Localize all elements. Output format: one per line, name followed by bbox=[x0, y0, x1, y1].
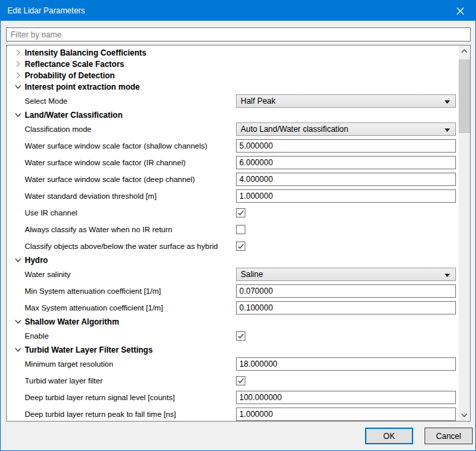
group-label: Turbid Water Layer Filter Settings bbox=[25, 345, 152, 355]
parameter-dropdown[interactable]: Half Peak bbox=[236, 94, 456, 108]
chevron-down-icon[interactable] bbox=[15, 111, 21, 118]
tree-parameter-row: Classification modeAuto Land/Water class… bbox=[7, 120, 459, 137]
parameter-label: Deep turbid layer return peak to fall ti… bbox=[25, 410, 236, 418]
parameter-label: Classify objects above/below the water s… bbox=[25, 242, 236, 250]
parameter-value-input[interactable] bbox=[236, 139, 456, 153]
tree-group-row[interactable]: Intensity Balancing Coefficients bbox=[7, 47, 459, 58]
tree-parameter-row: Select ModeHalf Peak bbox=[7, 92, 459, 109]
tree-parameter-row: Classify objects above/below the water s… bbox=[7, 238, 459, 254]
chevron-down-icon[interactable] bbox=[15, 318, 21, 325]
parameter-checkbox-checked[interactable] bbox=[236, 331, 245, 341]
parameter-label: Deep turbid layer return signal level [c… bbox=[25, 393, 236, 401]
tree-parameter-row: Water surface window scale factor (deep … bbox=[7, 171, 459, 187]
tree-parameter-row: Deep turbid layer return peak to fall ti… bbox=[7, 405, 459, 422]
parameter-value-input[interactable] bbox=[236, 173, 456, 186]
dropdown-arrow-icon bbox=[445, 274, 450, 277]
chevron-right-icon[interactable] bbox=[15, 72, 21, 79]
window-title: Edit Lidar Parameters bbox=[1, 6, 85, 15]
check-icon bbox=[237, 377, 245, 385]
title-bar[interactable]: Edit Lidar Parameters bbox=[1, 1, 475, 21]
parameter-label: Water surface window scale factor (IR ch… bbox=[25, 159, 236, 167]
parameter-label: Select Mode bbox=[25, 97, 236, 105]
chevron-right-icon[interactable] bbox=[15, 60, 21, 68]
group-label: Probability of Detection bbox=[25, 71, 115, 80]
tree-group-row[interactable]: Probability of Detection bbox=[7, 70, 459, 81]
scrollbar-thumb[interactable] bbox=[459, 60, 470, 133]
parameter-tree: Intensity Balancing CoefficientsReflecta… bbox=[7, 46, 459, 422]
dropdown-selected-value: Auto Land/Water classification bbox=[241, 124, 348, 134]
group-label: Reflectance Scale Factors bbox=[25, 60, 124, 69]
parameter-label: Water surface window scale factor (deep … bbox=[25, 175, 236, 183]
parameter-value-input[interactable] bbox=[236, 189, 456, 203]
tree-parameter-row: Max System attenuation coefficient [1/m] bbox=[7, 299, 459, 316]
ok-button[interactable]: OK bbox=[365, 428, 413, 444]
parameter-label: Max System attenuation coefficient [1/m] bbox=[25, 304, 236, 312]
tree-parameter-row: Water standard deviation threshold [m] bbox=[7, 187, 459, 204]
scrollbar-up-button[interactable] bbox=[459, 46, 470, 57]
parameter-checkbox-checked[interactable] bbox=[236, 376, 245, 385]
parameter-label: Minimum target resolution bbox=[25, 360, 236, 368]
tree-group-row[interactable]: Turbid Water Layer Filter Settings bbox=[7, 344, 459, 355]
edit-lidar-parameters-dialog: Edit Lidar Parameters Intensity Balancin… bbox=[0, 0, 476, 451]
tree-parameter-row: Water surface window scale factor (IR ch… bbox=[7, 154, 459, 171]
group-label: Interest point extraction mode bbox=[25, 82, 140, 92]
parameter-dropdown[interactable]: Saline bbox=[236, 268, 456, 281]
dropdown-arrow-icon bbox=[445, 100, 450, 104]
parameter-checkbox-unchecked[interactable] bbox=[236, 225, 245, 234]
tree-parameter-row: Min System attenuation coefficient [1/m] bbox=[7, 282, 459, 299]
close-icon bbox=[457, 7, 464, 15]
tree-group-row[interactable]: Land/Water Classification bbox=[7, 109, 459, 120]
scrollbar-down-icon bbox=[461, 413, 468, 418]
chevron-down-icon[interactable] bbox=[15, 346, 21, 353]
parameter-label: Turbid water layer filter bbox=[25, 377, 236, 385]
tree-group-row[interactable]: Reflectance Scale Factors bbox=[7, 58, 459, 70]
vertical-scrollbar[interactable] bbox=[459, 46, 470, 421]
parameter-checkbox-checked[interactable] bbox=[236, 242, 245, 251]
check-icon bbox=[237, 332, 245, 340]
filter-input[interactable] bbox=[6, 27, 471, 41]
cancel-button[interactable]: Cancel bbox=[425, 428, 473, 444]
parameter-label: Always classify as Water when no IR retu… bbox=[25, 225, 236, 234]
close-button[interactable] bbox=[445, 1, 475, 21]
parameter-value-input[interactable] bbox=[236, 301, 456, 314]
group-label: Hydro bbox=[25, 256, 48, 265]
parameter-checkbox-checked[interactable] bbox=[236, 208, 245, 217]
scrollbar-down-button[interactable] bbox=[459, 410, 470, 421]
check-icon bbox=[237, 209, 245, 217]
parameter-dropdown[interactable]: Auto Land/Water classification bbox=[236, 122, 456, 136]
parameter-value-input[interactable] bbox=[236, 357, 456, 371]
parameter-label: Enable bbox=[25, 332, 236, 340]
dropdown-arrow-icon bbox=[445, 128, 450, 132]
parameter-value-input[interactable] bbox=[236, 391, 456, 404]
parameter-value-input[interactable] bbox=[236, 408, 456, 421]
tree-parameter-row: Minimum target resolution bbox=[7, 355, 459, 372]
dropdown-selected-value: Saline bbox=[241, 270, 263, 279]
tree-parameter-row: Water salinitySaline bbox=[7, 266, 459, 282]
parameter-label: Classification mode bbox=[25, 125, 236, 133]
parameter-tree-panel: Intensity Balancing CoefficientsReflecta… bbox=[6, 45, 471, 422]
parameter-label: Water salinity bbox=[25, 270, 236, 278]
group-label: Land/Water Classification bbox=[25, 110, 122, 120]
tree-group-row[interactable]: Interest point extraction mode bbox=[7, 81, 459, 92]
chevron-down-icon[interactable] bbox=[15, 256, 21, 264]
tree-parameter-row: Enable bbox=[7, 327, 459, 344]
group-label: Shallow Water Algorithm bbox=[25, 317, 119, 327]
parameter-label: Water surface window scale factor (shall… bbox=[25, 142, 236, 150]
dropdown-selected-value: Half Peak bbox=[241, 96, 275, 106]
parameter-value-input[interactable] bbox=[236, 284, 456, 298]
chevron-right-icon[interactable] bbox=[15, 49, 21, 56]
tree-parameter-row: Deep turbid layer return signal level [c… bbox=[7, 389, 459, 405]
scrollbar-up-icon bbox=[461, 49, 468, 54]
tree-group-row[interactable]: Shallow Water Algorithm bbox=[7, 316, 459, 327]
tree-group-row[interactable]: Hydro bbox=[7, 254, 459, 266]
group-label: Intensity Balancing Coefficients bbox=[25, 48, 146, 58]
tree-parameter-row: Turbid water layer filter bbox=[7, 372, 459, 389]
check-icon bbox=[237, 242, 245, 250]
parameter-value-input[interactable] bbox=[236, 156, 456, 169]
tree-parameter-row: Always classify as Water when no IR retu… bbox=[7, 221, 459, 238]
tree-parameter-row: Water surface window scale factor (shall… bbox=[7, 137, 459, 154]
chevron-down-icon[interactable] bbox=[15, 83, 21, 90]
tree-parameter-row: Use IR channel bbox=[7, 204, 459, 221]
parameter-label: Use IR channel bbox=[25, 209, 236, 217]
parameter-label: Min System attenuation coefficient [1/m] bbox=[25, 287, 236, 295]
